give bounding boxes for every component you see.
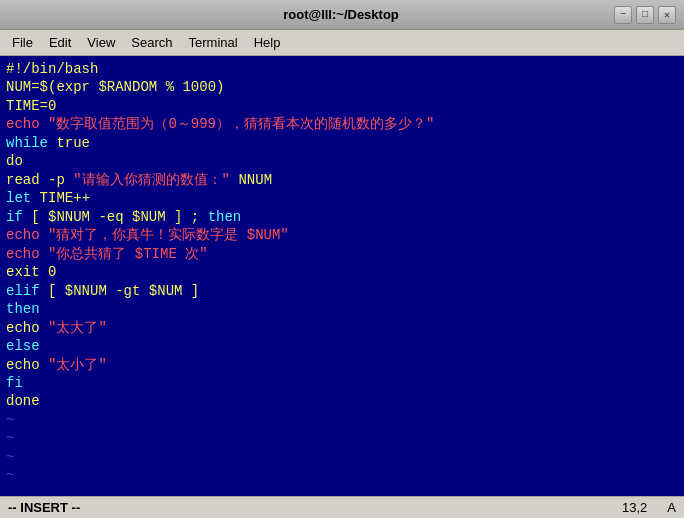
line-1: #!/bin/bash [6, 60, 678, 78]
line-7: read -p "请输入你猜测的数值：" NNUM [6, 171, 678, 189]
line-6: do [6, 152, 678, 170]
menu-file[interactable]: File [4, 33, 41, 52]
line-3: TIME=0 [6, 97, 678, 115]
line-tilde-4: ~ [6, 466, 678, 484]
menu-view[interactable]: View [79, 33, 123, 52]
line-13: elif [ $NNUM -gt $NUM ] [6, 282, 678, 300]
editor-area[interactable]: #!/bin/bash NUM=$(expr $RANDOM % 1000) T… [0, 56, 684, 496]
line-15: echo "太大了" [6, 319, 678, 337]
menu-search[interactable]: Search [123, 33, 180, 52]
code-content: #!/bin/bash NUM=$(expr $RANDOM % 1000) T… [6, 60, 678, 492]
window-controls: − □ ✕ [614, 6, 676, 24]
line-19: done [6, 392, 678, 410]
menubar: File Edit View Search Terminal Help [0, 30, 684, 56]
cursor-position: 13,2 [622, 500, 647, 515]
window-title: root@lll:~/Desktop [68, 7, 614, 22]
line-5: while true [6, 134, 678, 152]
line-tilde-2: ~ [6, 429, 678, 447]
titlebar: root@lll:~/Desktop − □ ✕ [0, 0, 684, 30]
line-17: echo "太小了" [6, 356, 678, 374]
line-4: echo "数字取值范围为（0～999），猜猜看本次的随机数的多少？" [6, 115, 678, 133]
line-16: else [6, 337, 678, 355]
line-2: NUM=$(expr $RANDOM % 1000) [6, 78, 678, 96]
line-tilde-3: ~ [6, 448, 678, 466]
menu-terminal[interactable]: Terminal [181, 33, 246, 52]
line-18: fi [6, 374, 678, 392]
line-tilde-1: ~ [6, 411, 678, 429]
maximize-button[interactable]: □ [636, 6, 654, 24]
line-10: echo "猜对了，你真牛！实际数字是 $NUM" [6, 226, 678, 244]
line-14: then [6, 300, 678, 318]
minimize-button[interactable]: − [614, 6, 632, 24]
menu-help[interactable]: Help [246, 33, 289, 52]
line-9: if [ $NNUM -eq $NUM ] ; then [6, 208, 678, 226]
line-11: echo "你总共猜了 $TIME 次" [6, 245, 678, 263]
insert-mode-indicator: -- INSERT -- [8, 500, 80, 515]
menu-edit[interactable]: Edit [41, 33, 79, 52]
line-8: let TIME++ [6, 189, 678, 207]
line-12: exit 0 [6, 263, 678, 281]
close-button[interactable]: ✕ [658, 6, 676, 24]
status-flag: A [667, 500, 676, 515]
status-right: 13,2 A [622, 500, 676, 515]
terminal-window: root@lll:~/Desktop − □ ✕ File Edit View … [0, 0, 684, 518]
statusbar: -- INSERT -- 13,2 A [0, 496, 684, 518]
